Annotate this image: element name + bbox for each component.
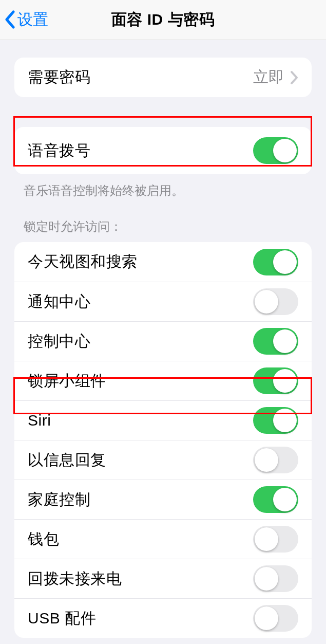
row-lock-item: 钱包 (14, 519, 312, 559)
row-lock-item: 通知中心 (14, 282, 312, 321)
page-title: 面容 ID 与密码 (111, 9, 215, 30)
lock-item-label: 以信息回复 (28, 450, 106, 471)
require-passcode-value: 立即 (253, 67, 284, 88)
row-lock-item: 今天视图和搜索 (14, 242, 312, 282)
chevron-right-icon (290, 70, 298, 85)
lock-item-label: Siri (28, 412, 51, 429)
lock-item-toggle[interactable] (253, 526, 298, 553)
row-lock-item: 控制中心 (14, 321, 312, 361)
row-lock-item: 家庭控制 (14, 480, 312, 519)
lock-item-label: 回拨未接来电 (28, 568, 122, 590)
lock-item-label: 家庭控制 (28, 489, 90, 510)
lock-item-toggle[interactable] (253, 328, 298, 355)
lock-item-label: USB 配件 (28, 608, 96, 629)
group-voice-dial: 语音拨号 (14, 127, 312, 174)
lock-item-toggle[interactable] (253, 407, 298, 434)
group-lock-access: 今天视图和搜索通知中心控制中心锁屏小组件Siri以信息回复家庭控制钱包回拨未接来… (14, 242, 312, 638)
lock-item-toggle[interactable] (253, 605, 298, 632)
lock-item-label: 通知中心 (28, 291, 90, 312)
lock-item-toggle[interactable] (253, 447, 298, 473)
group-require-passcode: 需要密码 立即 (14, 58, 312, 97)
row-voice-dial: 语音拨号 (14, 127, 312, 174)
lock-item-label: 钱包 (28, 529, 59, 550)
lock-item-toggle[interactable] (253, 249, 298, 275)
row-lock-item: Siri (14, 400, 312, 440)
lock-item-toggle[interactable] (253, 367, 298, 394)
row-lock-item: 锁屏小组件 (14, 361, 312, 400)
row-require-passcode[interactable]: 需要密码 立即 (14, 58, 312, 97)
lock-item-toggle[interactable] (253, 565, 298, 592)
chevron-left-icon (4, 10, 15, 29)
voice-dial-caption: 音乐语音控制将始终被启用。 (24, 182, 302, 199)
lock-section-header: 锁定时允许访问： (24, 218, 302, 235)
nav-bar: 设置 面容 ID 与密码 (0, 0, 326, 40)
row-lock-item: 回拨未接来电 (14, 559, 312, 598)
lock-item-toggle[interactable] (253, 288, 298, 315)
row-lock-item: 以信息回复 (14, 440, 312, 480)
lock-item-label: 今天视图和搜索 (28, 251, 138, 272)
lock-item-label: 锁屏小组件 (28, 371, 106, 392)
voice-dial-label: 语音拨号 (28, 140, 90, 161)
lock-item-toggle[interactable] (253, 486, 298, 513)
row-lock-item: USB 配件 (14, 598, 312, 638)
back-label: 设置 (17, 9, 48, 30)
voice-dial-toggle[interactable] (253, 137, 298, 164)
require-passcode-label: 需要密码 (28, 67, 90, 88)
back-button[interactable]: 设置 (4, 0, 48, 40)
lock-item-label: 控制中心 (28, 331, 90, 352)
